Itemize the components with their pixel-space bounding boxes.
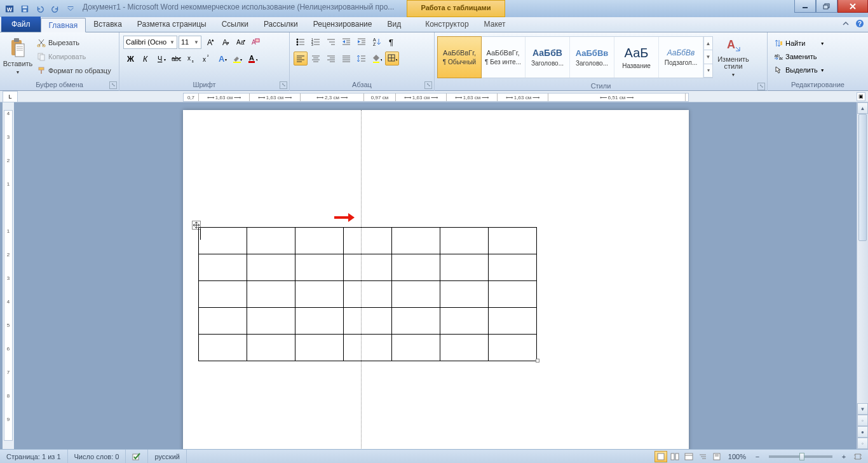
tab-mailings[interactable]: Рассылки [256, 17, 306, 32]
styles-dialog-icon[interactable]: ⤡ [757, 83, 765, 90]
table-cell[interactable] [440, 335, 489, 361]
styles-gallery[interactable]: АаБбВвГг,¶ ОбычныйАаБбВвГг,¶ Без инте...… [437, 36, 713, 78]
table-cell[interactable] [199, 228, 247, 254]
replace-button[interactable]: abacЗаменить [771, 50, 827, 64]
zoom-level[interactable]: 100% [728, 453, 746, 460]
zoom-fit-icon[interactable] [851, 451, 864, 462]
shrink-font-icon[interactable]: A▾ [218, 35, 232, 49]
font-dialog-icon[interactable]: ⤡ [280, 81, 287, 89]
tab-selector[interactable]: L [3, 91, 18, 102]
table-cell[interactable] [392, 254, 440, 281]
view-full-screen-icon[interactable] [668, 451, 681, 462]
gallery-up-icon[interactable]: ▲ [704, 37, 712, 50]
superscript-icon[interactable]: x² [200, 52, 214, 66]
view-print-layout-icon[interactable] [654, 451, 667, 462]
table-cell[interactable] [199, 335, 247, 361]
paragraph-dialog-icon[interactable]: ⤡ [424, 81, 432, 89]
help-icon[interactable]: ? [855, 19, 864, 30]
table-cell[interactable] [199, 281, 247, 308]
browse-object-icon[interactable]: ● [857, 426, 868, 438]
font-color-icon[interactable]: A▾ [245, 52, 259, 66]
bullets-icon[interactable] [294, 35, 308, 49]
vertical-ruler[interactable]: 4321123456789 [4, 110, 13, 441]
table-cell[interactable] [344, 308, 392, 335]
font-name-combo[interactable]: Calibri (Осно▼ [123, 36, 177, 49]
table-cell[interactable] [489, 254, 537, 281]
table-cell[interactable] [489, 228, 537, 254]
strikethrough-icon[interactable]: abc [169, 52, 183, 66]
scroll-up-icon[interactable]: ▲ [857, 102, 868, 114]
clipboard-dialog-icon[interactable]: ⤡ [109, 81, 117, 89]
qat-customize-icon[interactable] [64, 2, 78, 16]
align-left-icon[interactable] [294, 52, 308, 66]
tab-home[interactable]: Главная [41, 18, 86, 32]
tab-view[interactable]: Вид [379, 17, 409, 32]
clear-formatting-icon[interactable]: A [248, 35, 262, 49]
table-cell[interactable] [440, 281, 489, 308]
bold-icon[interactable]: Ж [123, 52, 137, 66]
show-marks-icon[interactable]: ¶ [385, 35, 399, 49]
table-cell[interactable] [344, 335, 392, 361]
sort-icon[interactable]: AZ [370, 35, 384, 49]
minimize-button[interactable] [794, 0, 816, 13]
format-painter-button[interactable]: Формат по образцу [34, 64, 114, 77]
style-item[interactable]: АаБбВвГг,¶ Обычный [437, 36, 482, 78]
minimize-ribbon-icon[interactable] [841, 19, 850, 30]
paste-button[interactable]: Вставить ▼ [4, 34, 32, 79]
tab-table-design[interactable]: Конструктор [417, 17, 476, 32]
status-word-count[interactable]: Число слов: 0 [68, 450, 126, 464]
view-web-layout-icon[interactable] [682, 451, 695, 462]
decrease-indent-icon[interactable] [339, 35, 353, 49]
justify-icon[interactable] [339, 52, 353, 66]
highlight-icon[interactable]: ▾ [230, 52, 244, 66]
status-language[interactable]: русский [148, 450, 186, 464]
table-cell[interactable] [295, 254, 344, 281]
table-cell[interactable] [392, 335, 440, 361]
table-cell[interactable] [344, 254, 392, 281]
change-case-icon[interactable]: Aa▾ [233, 35, 247, 49]
borders-icon[interactable]: ▾ [385, 52, 399, 66]
table-cell[interactable] [247, 254, 295, 281]
table-cell[interactable] [295, 335, 344, 361]
status-proofing[interactable] [126, 450, 148, 464]
save-icon[interactable] [18, 2, 32, 16]
font-size-combo[interactable]: 11▼ [179, 36, 201, 49]
table-cell[interactable] [247, 308, 295, 335]
scroll-thumb[interactable] [858, 114, 867, 241]
multilevel-list-icon[interactable] [324, 35, 338, 49]
zoom-slider-thumb[interactable] [799, 453, 804, 460]
table-cell[interactable] [344, 228, 392, 254]
table-cell[interactable] [199, 308, 247, 335]
status-page[interactable]: Страница: 1 из 1 [0, 450, 68, 464]
copy-button[interactable]: Копировать [34, 50, 114, 63]
change-styles-button[interactable]: A Изменить стили ▼ [715, 35, 751, 79]
cut-button[interactable]: Вырезать [34, 36, 114, 49]
find-button[interactable]: Найти▼ [771, 37, 827, 50]
table-cell[interactable] [489, 335, 537, 361]
undo-icon[interactable] [33, 2, 47, 16]
tab-insert[interactable]: Вставка [86, 17, 130, 32]
table-cell[interactable] [392, 228, 440, 254]
table-cell[interactable] [295, 308, 344, 335]
table-cell[interactable] [247, 281, 295, 308]
align-right-icon[interactable] [324, 52, 338, 66]
view-outline-icon[interactable] [696, 451, 709, 462]
page[interactable] [183, 110, 689, 449]
table-cell[interactable] [440, 228, 489, 254]
table-cell[interactable] [344, 281, 392, 308]
zoom-in-icon[interactable]: + [837, 451, 850, 462]
word-icon[interactable]: W [3, 2, 17, 16]
prev-page-icon[interactable]: ◦ [857, 415, 868, 426]
style-item[interactable]: АаБбВЗаголово... [526, 37, 570, 78]
redo-icon[interactable] [48, 2, 62, 16]
file-tab[interactable]: Файл [1, 17, 41, 32]
table-cell[interactable] [440, 254, 489, 281]
increase-indent-icon[interactable] [355, 35, 369, 49]
ruler-toggle-icon[interactable]: ▣ [857, 92, 865, 101]
document-table[interactable] [198, 227, 537, 361]
table-cell[interactable] [489, 308, 537, 335]
table-cell[interactable] [295, 281, 344, 308]
table-cell[interactable] [440, 308, 489, 335]
table-cell[interactable] [199, 254, 247, 281]
close-button[interactable] [837, 0, 868, 13]
